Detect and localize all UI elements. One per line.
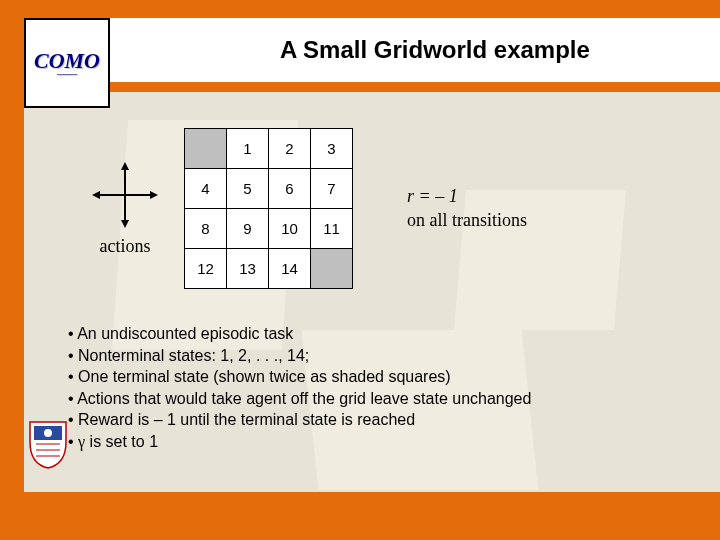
svg-point-1 xyxy=(44,429,52,437)
bullet-item: γ is set to 1 xyxy=(68,431,700,453)
grid-cell xyxy=(311,249,353,289)
logo-main: COMO xyxy=(34,48,100,73)
reward-text: on all transitions xyxy=(407,209,527,232)
title-bar: A Small Gridworld example xyxy=(110,18,720,82)
grid-cell: 5 xyxy=(227,169,269,209)
bullet-item: Nonterminal states: 1, 2, . . ., 14; xyxy=(68,345,700,367)
actions-figure: actions xyxy=(90,160,160,257)
slide: A Small Gridworld example COMO ——— xyxy=(0,0,720,540)
bullet-list: An undiscounted episodic taskNonterminal… xyxy=(68,323,700,453)
grid-cell: 14 xyxy=(269,249,311,289)
grid-cell xyxy=(185,129,227,169)
grid-cell: 2 xyxy=(269,129,311,169)
frame-left xyxy=(0,0,24,540)
svg-marker-6 xyxy=(92,191,100,199)
gridworld-figure: 1234567891011121314 xyxy=(184,128,353,289)
grid-cell: 4 xyxy=(185,169,227,209)
slide-title: A Small Gridworld example xyxy=(280,36,590,64)
svg-marker-7 xyxy=(150,191,158,199)
bullet-item: Actions that would take agent off the gr… xyxy=(68,388,700,410)
frame-top xyxy=(0,0,720,18)
como-logo: COMO ——— xyxy=(24,18,110,108)
frame-bottom xyxy=(0,492,720,540)
gamma-symbol: γ xyxy=(78,433,85,450)
grid-cell: 12 xyxy=(185,249,227,289)
compass-arrows-icon xyxy=(90,160,160,230)
bullet-item: Reward is – 1 until the terminal state i… xyxy=(68,409,700,431)
figure-row: actions 1234567891011121314 r = – 1 on a… xyxy=(90,128,700,289)
grid-cell: 11 xyxy=(311,209,353,249)
grid-cell: 9 xyxy=(227,209,269,249)
svg-marker-4 xyxy=(121,162,129,170)
grid-cell: 8 xyxy=(185,209,227,249)
grid-cell: 3 xyxy=(311,129,353,169)
bullet-item: An undiscounted episodic task xyxy=(68,323,700,345)
grid-cell: 6 xyxy=(269,169,311,209)
reward-note: r = – 1 on all transitions xyxy=(407,185,527,232)
bullet-item: One terminal state (shown twice as shade… xyxy=(68,366,700,388)
grid-cell: 10 xyxy=(269,209,311,249)
content-area: actions 1234567891011121314 r = – 1 on a… xyxy=(60,108,700,480)
gridworld-grid: 1234567891011121314 xyxy=(184,128,353,289)
grid-cell: 1 xyxy=(227,129,269,169)
svg-marker-5 xyxy=(121,220,129,228)
actions-label: actions xyxy=(100,236,151,257)
reward-equation: r = – 1 xyxy=(407,186,458,206)
university-crest-icon xyxy=(28,420,68,470)
grid-cell: 13 xyxy=(227,249,269,289)
grid-cell: 7 xyxy=(311,169,353,209)
